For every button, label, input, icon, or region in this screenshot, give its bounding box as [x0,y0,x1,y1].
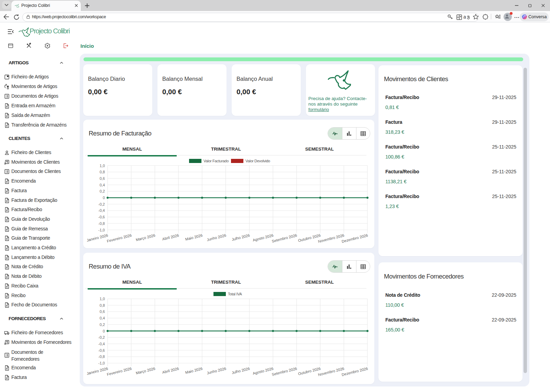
svg-text:Outubro 2026: Outubro 2026 [298,233,321,243]
svg-text:Dezembro 2026: Dezembro 2026 [341,233,368,244]
svg-text:0,4: 0,4 [100,316,105,320]
svg-text:1,0: 1,0 [100,164,105,168]
svg-text:-0,2: -0,2 [98,335,105,339]
svg-text:0,6: 0,6 [100,309,105,314]
svg-text:Fevereiro 2026: Fevereiro 2026 [106,233,132,243]
svg-text:-1,0: -1,0 [98,228,105,232]
svg-text:Junho 2026: Junho 2026 [206,233,227,242]
svg-text:0,4: 0,4 [100,183,105,187]
svg-text:0: 0 [103,329,105,333]
svg-text:0,8: 0,8 [100,303,105,307]
svg-text:-0,4: -0,4 [98,342,105,346]
svg-text:-0,6: -0,6 [98,348,105,352]
svg-text:Janeiro 2026: Janeiro 2026 [86,233,109,242]
svg-text:Agosto 2026: Agosto 2026 [252,366,274,375]
svg-text:Março 2026: Março 2026 [135,366,156,375]
svg-text:Novembro 2026: Novembro 2026 [318,233,345,244]
svg-text:0,2: 0,2 [100,323,105,327]
svg-text:0: 0 [103,196,105,200]
svg-text:0,2: 0,2 [100,189,105,193]
svg-text:Outubro 2026: Outubro 2026 [298,366,321,376]
svg-text:-0,8: -0,8 [98,355,105,359]
svg-text:Setembro 2026: Setembro 2026 [271,233,297,243]
svg-text:0,8: 0,8 [100,170,105,174]
svg-text:-0,4: -0,4 [98,208,105,213]
svg-text:Abril 2026: Abril 2026 [162,366,179,374]
svg-text:Janeiro 2026: Janeiro 2026 [86,366,109,375]
svg-text:Julho 2026: Julho 2026 [231,233,250,242]
svg-text:Março 2026: Março 2026 [135,233,156,242]
svg-text:-0,8: -0,8 [98,221,105,226]
svg-text:Maio 2026: Maio 2026 [185,233,203,241]
svg-text:Dezembro 2026: Dezembro 2026 [341,366,368,377]
svg-text:0,6: 0,6 [100,176,105,181]
svg-text:Novembro 2026: Novembro 2026 [318,366,345,377]
svg-text:-0,6: -0,6 [98,215,105,219]
svg-text:1,0: 1,0 [100,297,105,301]
svg-text:-0,2: -0,2 [98,202,105,206]
svg-text:Setembro 2026: Setembro 2026 [271,366,297,377]
svg-text:Abril 2026: Abril 2026 [162,233,179,241]
svg-text:Maio 2026: Maio 2026 [185,366,203,374]
svg-text:Fevereiro 2026: Fevereiro 2026 [106,366,132,377]
svg-text:Julho 2026: Julho 2026 [231,366,250,375]
svg-text:-1,0: -1,0 [98,361,105,365]
svg-text:Junho 2026: Junho 2026 [206,366,227,375]
svg-text:Agosto 2026: Agosto 2026 [252,233,274,242]
